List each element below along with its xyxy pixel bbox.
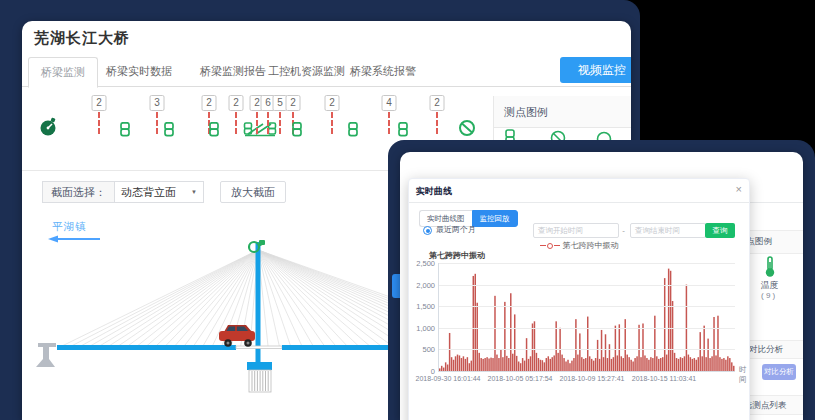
legend-marker-line2 xyxy=(554,245,560,246)
sensor-dash-line xyxy=(331,112,333,134)
chart-title: 第七跨跨中振动 xyxy=(429,250,485,261)
zoom-section-button[interactable]: 放大截面 xyxy=(220,181,286,203)
last-two-months-radio[interactable] xyxy=(423,226,432,235)
bridge-deck-joint xyxy=(236,346,282,349)
chart-plot-area xyxy=(438,263,735,372)
chain-sensor-icon[interactable] xyxy=(209,122,220,141)
sensor-badge[interactable]: 2 xyxy=(202,95,217,111)
input-separator: - xyxy=(618,223,629,238)
bridge-deck-left xyxy=(57,345,236,350)
main-tab-2[interactable]: 桥梁实时数据 xyxy=(94,57,184,85)
bridge-abutment xyxy=(36,343,56,367)
sensor-dash-line xyxy=(256,112,258,134)
modal-header: 实时曲线 × xyxy=(409,179,749,203)
sensor-dash-line xyxy=(279,112,281,134)
x-tick-label: 2018-09-30 16:01:44 xyxy=(416,375,481,382)
query-start-time-input[interactable]: 查询开始时间 xyxy=(533,223,619,238)
sensor-dash-line xyxy=(388,112,390,134)
y-tick-label: 1,000 xyxy=(395,324,435,333)
x-tick-label: 2018-10-15 11:03:41 xyxy=(632,375,696,382)
bridge-pier-cap xyxy=(247,362,272,370)
gridline xyxy=(439,328,735,329)
x-axis-name: 时间 xyxy=(739,365,749,385)
section-select-label: 截面选择： xyxy=(42,181,114,203)
sensor-dash-line xyxy=(235,112,237,134)
underlying-tab-border xyxy=(747,202,803,203)
modal-title: 实时曲线 xyxy=(416,185,452,198)
y-tick-label: 2,000 xyxy=(395,281,435,290)
section-select-dropdown[interactable]: 动态背立面 ▼ xyxy=(114,181,204,203)
page-title: 芜湖长江大桥 xyxy=(34,29,130,48)
thermometer-icon xyxy=(764,256,776,278)
chain-sensor-icon[interactable] xyxy=(348,122,359,141)
y-tick-label: 1,500 xyxy=(395,302,435,311)
gridline xyxy=(439,306,735,307)
gridline xyxy=(439,285,735,286)
sensor-dash-line xyxy=(267,112,269,134)
gridline xyxy=(439,349,735,350)
compare-analysis-button[interactable]: 对比分析 xyxy=(762,364,796,380)
bridge-tower xyxy=(256,242,261,372)
chain-sensor-icon[interactable] xyxy=(292,122,303,141)
sensor-dash-line xyxy=(156,112,158,134)
car xyxy=(219,325,255,347)
main-tabbar: 桥梁监测桥梁实时数据桥梁监测报告工控机资源监测桥梁系统报警 xyxy=(22,57,631,87)
sensor-badge[interactable]: 4 xyxy=(382,95,397,111)
legend-label: 第七跨跨中振动 xyxy=(563,241,619,250)
main-tab-5[interactable]: 桥梁系统报警 xyxy=(338,57,428,85)
sensor-badge[interactable]: 2 xyxy=(92,95,107,111)
compare-section-label: 对比分析 xyxy=(749,344,783,356)
gauge-sensor-icon[interactable] xyxy=(39,117,59,141)
sensor-badge[interactable]: 3 xyxy=(150,95,165,111)
query-end-time-input[interactable]: 查询结束时间 xyxy=(630,223,706,238)
sensor-dash-line xyxy=(436,112,438,134)
chain-sensor-icon[interactable] xyxy=(398,122,409,141)
radio-label: 最近两个月 xyxy=(436,224,476,235)
x-tick-label: 2018-10-05 05:17:54 xyxy=(488,375,553,382)
legend-panel-title: 测点图例 xyxy=(494,96,631,128)
section-controls: 截面选择： 动态背立面 ▼ 放大截面 xyxy=(42,181,286,203)
sensor-badge[interactable]: 2 xyxy=(430,95,445,111)
chevron-down-icon: ▼ xyxy=(191,182,197,202)
chain-sensor-icon[interactable] xyxy=(164,122,175,141)
section-select-value: 动态背立面 xyxy=(121,182,176,202)
y-tick-label: 500 xyxy=(395,345,435,354)
sensor-badge[interactable]: 2 xyxy=(286,95,301,111)
close-icon[interactable]: × xyxy=(736,183,742,195)
gridline xyxy=(439,263,735,264)
x-tick-label: 2018-10-09 15:27:41 xyxy=(560,375,625,382)
chart-bars xyxy=(439,263,735,371)
chain-sensor-icon[interactable] xyxy=(120,122,131,141)
y-tick-label: 2,500 xyxy=(395,259,435,268)
selected-points-list-label: 选测点列表 xyxy=(744,400,787,412)
video-monitor-button[interactable]: 视频监控 xyxy=(560,57,631,83)
legend-marker-circle xyxy=(547,243,553,249)
truss-sensor-icon[interactable] xyxy=(243,119,277,142)
temperature-count: ( 9 ) xyxy=(761,291,775,300)
sensor-badge[interactable]: 2 xyxy=(325,95,340,111)
filter-row: 最近两个月 查询开始时间 - 查询结束时间 查询 xyxy=(409,223,749,239)
ban-icon[interactable] xyxy=(458,119,476,141)
screen: 芜湖长江大桥 桥梁监测桥梁实时数据桥梁监测报告工控机资源监测桥梁系统报警 视频监… xyxy=(0,0,815,420)
query-button[interactable]: 查询 xyxy=(705,223,735,238)
realtime-curve-modal: 实时曲线 × 实时曲线图监控回放 最近两个月 查询开始时间 - 查询结束时间 查… xyxy=(408,178,750,420)
sensor-badge[interactable]: 2 xyxy=(229,95,244,111)
sensor-dash-line xyxy=(98,112,100,134)
bridge-pier-piles xyxy=(249,370,271,392)
legend-marker-line xyxy=(540,245,546,246)
main-tab-1[interactable]: 桥梁监测 xyxy=(28,57,98,88)
